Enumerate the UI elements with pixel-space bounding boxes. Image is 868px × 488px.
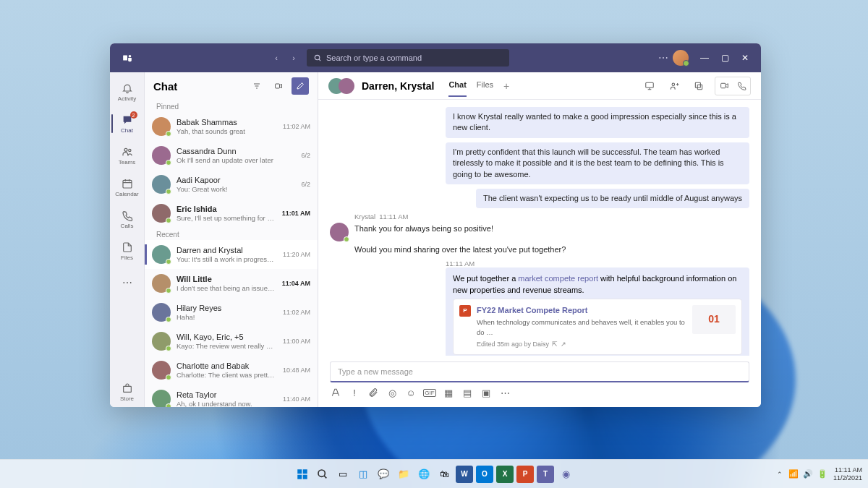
chat-list-item[interactable]: Reta TaylorAh, ok I understand now.11:40…	[145, 385, 318, 407]
taskbar-clock[interactable]: 11:11 AM 11/2/2021	[833, 466, 862, 482]
chat-list-item[interactable]: Will LittleI don't see that being an iss…	[145, 269, 318, 298]
rail-label: Teams	[119, 159, 136, 166]
attach-button[interactable]	[367, 387, 379, 398]
start-button[interactable]	[294, 466, 311, 483]
message-bubble-mine[interactable]: I'm pretty confident that this launch wi…	[446, 142, 749, 184]
taskbar-teams-chat[interactable]: 💬	[375, 466, 392, 483]
clock-date: 11/2/2021	[833, 474, 862, 482]
stream-button[interactable]: ▣	[480, 387, 492, 398]
teams-window: ‹ › Search or type a command ⋯ — ▢ ✕ Act…	[110, 43, 761, 407]
chat-list-item[interactable]: Darren and KrystalYou: It's still a work…	[145, 240, 318, 269]
rail-calls[interactable]: Calls	[111, 204, 143, 234]
wifi-icon[interactable]: 📶	[788, 469, 799, 479]
rail-store[interactable]: Store	[111, 377, 143, 407]
share-screen-button[interactable]	[641, 77, 658, 95]
search-input[interactable]: Search or type a command	[307, 49, 509, 67]
chat-avatar	[152, 204, 171, 223]
battery-icon[interactable]: 🔋	[817, 469, 827, 479]
format-button[interactable]	[330, 387, 341, 398]
gif-button[interactable]: GIF	[424, 387, 435, 398]
taskbar-word[interactable]: W	[456, 466, 473, 483]
search-taskbar-button[interactable]	[314, 466, 331, 483]
close-button[interactable]: ✕	[735, 48, 755, 68]
chat-time: 11:00 AM	[283, 338, 310, 345]
chat-time: 10:48 AM	[283, 367, 310, 374]
conversation-title: Darren, Krystal	[362, 80, 434, 92]
open-icon[interactable]: ↗	[561, 340, 566, 349]
sticker-button[interactable]: ▦	[443, 387, 454, 398]
priority-button[interactable]: !	[349, 387, 360, 398]
message-text[interactable]: Would you mind sharing over the latest y…	[354, 244, 566, 255]
chat-list-item[interactable]: Charlotte and BabakCharlotte: The client…	[145, 356, 318, 385]
taskview-button[interactable]: ▭	[334, 466, 352, 483]
rail-activity[interactable]: Activity	[111, 77, 143, 107]
taskbar-outlook[interactable]: O	[476, 466, 493, 483]
svg-rect-19	[720, 83, 726, 88]
user-avatar[interactable]	[673, 50, 689, 66]
schedule-button[interactable]: ▤	[461, 387, 473, 398]
chat-list-item[interactable]: Aadi KapoorYou: Great work!6/2	[145, 170, 318, 199]
chat-list-item[interactable]: Will, Kayo, Eric, +5Kayo: The review wen…	[145, 327, 318, 356]
chat-avatar	[152, 303, 171, 322]
rail-files[interactable]: Files	[111, 236, 143, 266]
minimize-button[interactable]: —	[694, 48, 715, 68]
message-input[interactable]: Type a new message	[330, 361, 749, 382]
chat-list-item[interactable]: Babak ShammasYah, that sounds great11:02…	[145, 112, 318, 141]
more-compose-button[interactable]: ⋯	[499, 387, 511, 398]
message-bubble-mine[interactable]: I know Krystal really wanted to make a g…	[446, 107, 749, 138]
nav-back-button[interactable]: ‹	[269, 51, 284, 65]
widgets-button[interactable]: ◫	[354, 466, 372, 483]
search-placeholder: Search or type a command	[326, 53, 422, 62]
new-chat-button[interactable]	[292, 77, 309, 95]
chat-list-item[interactable]: Eric IshidaSure, I'll set up something f…	[145, 199, 318, 228]
taskbar-store[interactable]: 🛍	[435, 466, 453, 483]
file-card[interactable]: P FY22 Market Compete Report When techno…	[453, 299, 742, 356]
taskbar-teams[interactable]: T	[537, 466, 554, 483]
svg-rect-6	[123, 180, 132, 188]
chat-preview: Haha!	[176, 313, 277, 321]
audio-call-button[interactable]	[733, 78, 749, 94]
popout-button[interactable]	[690, 77, 707, 95]
chat-list-item[interactable]: Hilary ReyesHaha!11:02 AM	[145, 298, 318, 327]
meet-now-button[interactable]	[270, 77, 287, 95]
nav-forward-button[interactable]: ›	[286, 51, 301, 65]
store-icon	[121, 382, 134, 395]
more-options-button[interactable]: ⋯	[658, 52, 668, 64]
emoji-button[interactable]: ☺	[405, 387, 417, 398]
maximize-button[interactable]: ▢	[715, 48, 735, 68]
message-bubble-mine[interactable]: The client wasn't expecting us to be rea…	[476, 189, 749, 208]
participant-avatar	[339, 78, 354, 94]
video-call-button[interactable]	[716, 78, 732, 94]
filter-button[interactable]	[248, 77, 265, 95]
files-icon	[121, 241, 134, 254]
chat-name: Will, Kayo, Eric, +5	[176, 333, 277, 341]
share-icon[interactable]: ⇱	[552, 340, 558, 349]
add-people-button[interactable]	[665, 77, 683, 95]
taskbar-powerpoint[interactable]: P	[516, 466, 534, 483]
loop-button[interactable]: ◎	[386, 387, 398, 398]
tab-chat[interactable]: Chat	[448, 74, 466, 97]
taskbar-app[interactable]: ◉	[557, 466, 574, 483]
rail-label: Chat	[121, 127, 133, 134]
rail-teams[interactable]: Teams	[111, 140, 143, 171]
svg-line-3	[319, 59, 320, 60]
chat-name: Reta Taylor	[176, 390, 277, 399]
tab-files[interactable]: Files	[477, 74, 493, 97]
taskbar-edge[interactable]: 🌐	[415, 466, 433, 483]
tab-add[interactable]: +	[503, 74, 509, 97]
volume-icon[interactable]: 🔊	[803, 469, 813, 479]
taskbar-explorer[interactable]: 📁	[395, 466, 412, 483]
rail-label: Calls	[121, 223, 134, 229]
tray-chevron-icon[interactable]: ⌃	[777, 471, 783, 478]
rail-calendar[interactable]: Calendar	[111, 172, 143, 202]
message-bubble-mine[interactable]: We put together a market compete report …	[446, 267, 749, 356]
message-link[interactable]: market compete report	[518, 274, 598, 283]
recent-section-label: Recent	[145, 228, 318, 240]
message-text[interactable]: Thank you for always being so positive!	[354, 223, 566, 234]
chat-list-item[interactable]: Cassandra DunnOk I'll send an update ove…	[145, 141, 318, 170]
rail-label: Store	[120, 395, 134, 402]
rail-more[interactable]: ⋯	[111, 267, 143, 298]
taskbar-excel[interactable]: X	[496, 466, 514, 483]
chat-time: 11:01 AM	[282, 210, 310, 217]
rail-chat[interactable]: 2 Chat	[111, 108, 143, 139]
